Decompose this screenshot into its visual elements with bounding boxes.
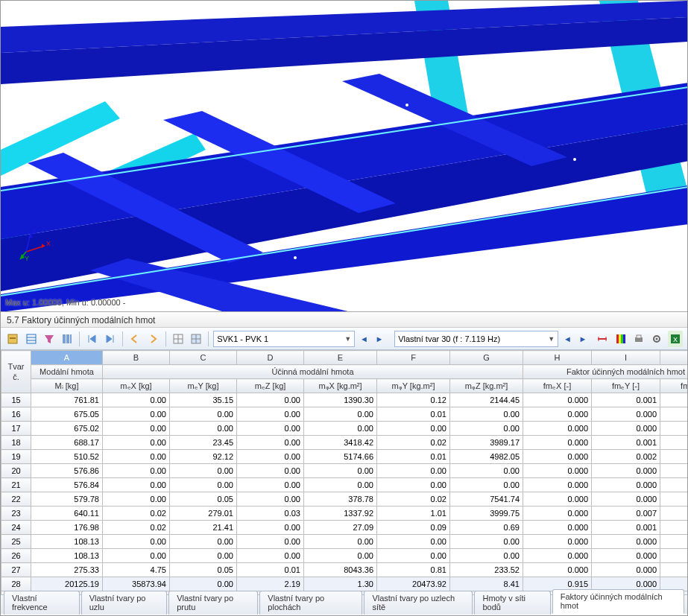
table-row[interactable]: 21576.840.000.000.000.000.000.000.0000.0… bbox=[1, 478, 688, 492]
col-mez[interactable]: mₑZ [kg] bbox=[237, 379, 304, 393]
bottom-tab[interactable]: Vlastní tvary po uzlech sítě bbox=[364, 591, 473, 615]
cell[interactable]: 0.000 bbox=[523, 450, 592, 464]
cell[interactable]: 0.00 bbox=[237, 436, 304, 450]
cell-mi[interactable]: 761.81 bbox=[31, 393, 103, 407]
cell-mi[interactable]: 576.84 bbox=[31, 478, 103, 492]
cell[interactable]: 0.000 bbox=[592, 563, 660, 577]
cell[interactable]: 0.000 bbox=[660, 464, 688, 478]
tool-settings-icon[interactable] bbox=[649, 331, 664, 347]
cell[interactable]: 0.01 bbox=[377, 450, 450, 464]
cell[interactable]: 0.09 bbox=[377, 521, 450, 535]
row-index[interactable]: 19 bbox=[1, 450, 31, 464]
cell[interactable]: 0.02 bbox=[377, 436, 450, 450]
bottom-tab[interactable]: Vlastní frekvence bbox=[4, 591, 80, 615]
cell[interactable]: 1.30 bbox=[304, 577, 377, 591]
cell[interactable]: 0.05 bbox=[170, 492, 237, 507]
bottom-tab[interactable]: Vlastní tvary po uzlu bbox=[81, 591, 168, 615]
cell[interactable]: 35873.94 bbox=[103, 577, 170, 591]
mode-shape-dropdown[interactable]: Vlastní tvar 30 (f : 7.119 Hz) ▼ bbox=[394, 331, 558, 347]
cell[interactable]: 0.00 bbox=[103, 450, 170, 464]
cell[interactable]: 0.000 bbox=[660, 507, 688, 521]
cell[interactable]: 0.000 bbox=[523, 535, 592, 549]
cell[interactable]: 2144.45 bbox=[450, 393, 523, 407]
cell[interactable]: 0.007 bbox=[592, 507, 660, 521]
cell[interactable]: 0.00 bbox=[377, 478, 450, 492]
col-mpz[interactable]: mᵩZ [kg.m²] bbox=[450, 379, 523, 393]
cell[interactable]: 0.00 bbox=[304, 478, 377, 492]
col-mex[interactable]: mₑX [kg] bbox=[103, 379, 170, 393]
col-mpx[interactable]: mᵩX [kg.m²] bbox=[304, 379, 377, 393]
table-row[interactable]: 18688.170.0023.450.003418.420.023989.170… bbox=[1, 436, 688, 450]
cell[interactable]: 0.000 bbox=[660, 436, 688, 450]
cell[interactable]: 0.000 bbox=[660, 521, 688, 535]
cell[interactable]: 0.00 bbox=[103, 492, 170, 507]
cell[interactable]: 0.00 bbox=[170, 407, 237, 422]
cell[interactable]: 0.001 bbox=[592, 436, 660, 450]
lc-prev-icon[interactable]: ◄ bbox=[358, 331, 370, 347]
cell[interactable]: 0.00 bbox=[103, 478, 170, 492]
row-index[interactable]: 22 bbox=[1, 492, 31, 507]
bottom-tab[interactable]: Faktory účinných modálních hmot bbox=[552, 589, 684, 614]
cell[interactable]: 0.00 bbox=[170, 464, 237, 478]
col-mey[interactable]: mₑY [kg] bbox=[170, 379, 237, 393]
cell-mi[interactable]: 176.98 bbox=[31, 521, 103, 535]
cell-mi[interactable]: 108.13 bbox=[31, 535, 103, 549]
cell[interactable]: 0.000 bbox=[523, 549, 592, 563]
group-faktor[interactable]: Faktor účinných modálních hmot bbox=[523, 365, 688, 379]
cell[interactable]: 0.00 bbox=[237, 549, 304, 563]
cell[interactable]: 0.01 bbox=[377, 407, 450, 422]
cell-mi[interactable]: 675.05 bbox=[31, 407, 103, 422]
cell[interactable]: 3999.75 bbox=[450, 507, 523, 521]
cell[interactable]: 0.00 bbox=[103, 436, 170, 450]
cell[interactable]: 0.000 bbox=[523, 407, 592, 422]
cell[interactable]: 0.00 bbox=[450, 422, 523, 436]
cell[interactable]: 0.000 bbox=[523, 436, 592, 450]
cell[interactable]: 0.000 bbox=[660, 422, 688, 436]
tool-filter-icon[interactable] bbox=[42, 331, 57, 347]
tool-grid-icon[interactable] bbox=[171, 331, 186, 347]
tool-result-types-icon[interactable] bbox=[5, 331, 20, 347]
row-index[interactable]: 20 bbox=[1, 464, 31, 478]
row-index[interactable]: 28 bbox=[1, 577, 31, 591]
cell[interactable]: 0.00 bbox=[237, 478, 304, 492]
cell[interactable]: 0.000 bbox=[660, 450, 688, 464]
cell-mi[interactable]: 576.86 bbox=[31, 464, 103, 478]
cell[interactable]: 0.00 bbox=[170, 535, 237, 549]
cell[interactable]: 0.00 bbox=[237, 492, 304, 507]
tool-last-icon[interactable] bbox=[103, 331, 118, 347]
cell[interactable]: 0.00 bbox=[237, 535, 304, 549]
cell-mi[interactable]: 510.52 bbox=[31, 450, 103, 464]
mode-next-icon[interactable]: ► bbox=[577, 331, 590, 347]
tool-table-view-icon[interactable] bbox=[23, 331, 38, 347]
cell[interactable]: 0.000 bbox=[592, 407, 660, 422]
table-row[interactable]: 22579.780.000.050.00378.780.027541.740.0… bbox=[1, 492, 688, 507]
results-table-wrap[interactable]: Tvar č. A B C D E F G H I J Modální hmot… bbox=[1, 350, 687, 594]
table-row[interactable]: 23640.110.02279.010.031337.921.013999.75… bbox=[1, 507, 688, 521]
cell[interactable]: 0.000 bbox=[523, 422, 592, 436]
cell[interactable]: 35.15 bbox=[170, 393, 237, 407]
cell[interactable]: 0.000 bbox=[592, 492, 660, 507]
table-row[interactable]: 17675.020.000.000.000.000.000.000.0000.0… bbox=[1, 422, 688, 436]
row-index[interactable]: 23 bbox=[1, 507, 31, 521]
col-letter[interactable]: G bbox=[450, 351, 523, 365]
bottom-tab[interactable]: Hmoty v síti bodů bbox=[474, 591, 550, 615]
cell[interactable]: 279.01 bbox=[170, 507, 237, 521]
cell[interactable]: 0.00 bbox=[237, 464, 304, 478]
cell[interactable]: 8.41 bbox=[450, 577, 523, 591]
cell-mi[interactable]: 20125.19 bbox=[31, 577, 103, 591]
cell[interactable]: 0.03 bbox=[237, 507, 304, 521]
cell[interactable]: 0.000 bbox=[660, 535, 688, 549]
cell[interactable]: 0.12 bbox=[377, 393, 450, 407]
cell[interactable]: 0.81 bbox=[377, 563, 450, 577]
cell[interactable]: 0.00 bbox=[304, 407, 377, 422]
cell-mi[interactable]: 108.13 bbox=[31, 549, 103, 563]
cell[interactable]: 0.00 bbox=[103, 535, 170, 549]
cell[interactable]: 0.00 bbox=[377, 549, 450, 563]
cell[interactable]: 0.00 bbox=[377, 535, 450, 549]
cell[interactable]: 92.12 bbox=[170, 450, 237, 464]
col-letter[interactable]: I bbox=[592, 351, 660, 365]
cell[interactable]: 0.000 bbox=[523, 563, 592, 577]
row-index[interactable]: 17 bbox=[1, 422, 31, 436]
tool-colorscale-icon[interactable] bbox=[613, 331, 628, 347]
cell-mi[interactable]: 579.78 bbox=[31, 492, 103, 507]
